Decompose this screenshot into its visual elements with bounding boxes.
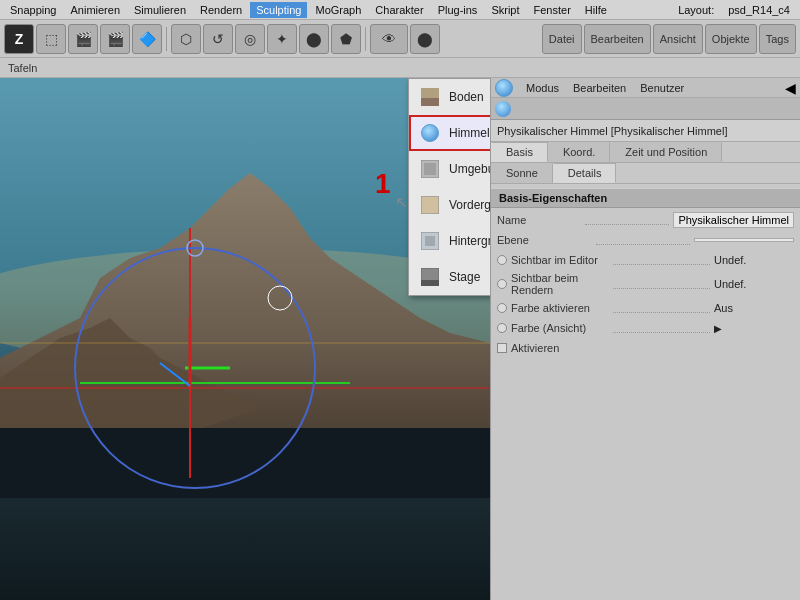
toolbar-btn-datei[interactable]: Datei xyxy=(542,24,582,54)
dropdown-item-stage[interactable]: Stage xyxy=(409,259,490,295)
menu-hilfe[interactable]: Hilfe xyxy=(579,2,613,18)
prop-value-farbe-ansicht: ▶ xyxy=(714,322,794,334)
menu-mograph[interactable]: MoGraph xyxy=(309,2,367,18)
right-top-menu: Modus Bearbeiten Benutzer ◀ xyxy=(491,78,800,98)
dropdown-label-vordergrund: Vordergrund xyxy=(449,198,490,212)
toolbar-btn-9[interactable]: ⬤ xyxy=(299,24,329,54)
toolbar-sep-2 xyxy=(365,27,366,51)
prop-value-name[interactable]: Physikalischer Himmel xyxy=(673,212,794,228)
prop-label-farbe-aktivieren: Farbe aktivieren xyxy=(511,302,609,314)
prop-label-aktivieren: Aktivieren xyxy=(511,342,794,354)
toolbar-btn-1[interactable]: ⬚ xyxy=(36,24,66,54)
dropdown-item-himmel[interactable]: Himmel xyxy=(409,115,490,151)
section-header: Basis-Eigenschaften xyxy=(491,188,800,208)
menu-fenster[interactable]: Fenster xyxy=(528,2,577,18)
dropdown-item-vordergrund[interactable]: Vordergrund xyxy=(409,187,490,223)
rt-menu-benutzer[interactable]: Benutzer xyxy=(635,82,689,94)
dropdown-item-umgebung[interactable]: Umgebung xyxy=(409,151,490,187)
prop-row-sichtbar-rendern: Sichtbar beim Rendern Undef. xyxy=(491,270,800,298)
toolbar-btn-ansicht[interactable]: Ansicht xyxy=(653,24,703,54)
prop-value-sichtbar-editor: Undef. xyxy=(714,254,794,266)
toolbar-btn-4[interactable]: 🔷 xyxy=(132,24,162,54)
prop-label-farbe-ansicht: Farbe (Ansicht) xyxy=(511,322,609,334)
tabs-row-1: Basis Koord. Zeit und Position xyxy=(491,142,800,163)
right-panel-sky-icon xyxy=(495,79,513,97)
prop-dots-farbe-aktivieren xyxy=(613,303,711,313)
menu-skript[interactable]: Skript xyxy=(485,2,525,18)
arrow-icon: ▶ xyxy=(714,323,722,334)
boden-icon xyxy=(419,86,441,108)
prop-row-name: Name Physikalischer Himmel xyxy=(491,210,800,230)
tab-sonne[interactable]: Sonne xyxy=(491,163,553,183)
vordergrund-icon xyxy=(419,194,441,216)
toolbar-btn-objekte[interactable]: Objekte xyxy=(705,24,757,54)
dropdown-left: Boden Himmel Umgebung xyxy=(408,78,490,296)
right-panel-arrow[interactable]: ◀ xyxy=(785,80,796,96)
top-menu-bar: Snapping Animieren Simulieren Rendern Sc… xyxy=(0,0,800,20)
radio-farbe-aktivieren[interactable] xyxy=(497,303,507,313)
radio-sichtbar-rendern[interactable] xyxy=(497,279,507,289)
dropdown-label-himmel: Himmel xyxy=(449,126,490,140)
toolbar-btn-tags[interactable]: Tags xyxy=(759,24,796,54)
viewport[interactable]: 1 2 ↖ Boden Him xyxy=(0,78,490,600)
dropdown-label-hintergrund: Hintergrund xyxy=(449,234,490,248)
prop-row-aktivieren: Aktivieren xyxy=(491,338,800,358)
prop-row-sichtbar-editor: Sichtbar im Editor Undef. xyxy=(491,250,800,270)
checkbox-aktivieren[interactable] xyxy=(497,343,507,353)
tab-details[interactable]: Details xyxy=(553,163,617,183)
menu-simulieren[interactable]: Simulieren xyxy=(128,2,192,18)
rt-menu-modus[interactable]: Modus xyxy=(521,82,564,94)
toolbar-btn-8[interactable]: ✦ xyxy=(267,24,297,54)
prop-value-farbe-aktivieren: Aus xyxy=(714,302,794,314)
tab-zeit[interactable]: Zeit und Position xyxy=(610,142,722,162)
toolbar-btn-6[interactable]: ↺ xyxy=(203,24,233,54)
tab-basis[interactable]: Basis xyxy=(491,142,548,162)
toolbar-btn-2[interactable]: 🎬 xyxy=(68,24,98,54)
prop-value-ebene[interactable] xyxy=(694,238,794,242)
tabs-row-2: Sonne Details xyxy=(491,163,800,184)
properties-section: Basis-Eigenschaften Name Physikalischer … xyxy=(491,184,800,600)
radio-farbe-ansicht[interactable] xyxy=(497,323,507,333)
z-button[interactable]: Z xyxy=(4,24,34,54)
stage-icon xyxy=(419,266,441,288)
toolbar-btn-3[interactable]: 🎬 xyxy=(100,24,130,54)
radio-sichtbar-editor[interactable] xyxy=(497,255,507,265)
dropdown-item-boden[interactable]: Boden xyxy=(409,79,490,115)
umgebung-icon xyxy=(419,158,441,180)
object-name-bar: Physikalischer Himmel [Physikalischer Hi… xyxy=(491,120,800,142)
rt-menu-bearbeiten[interactable]: Bearbeiten xyxy=(568,82,631,94)
prop-row-ebene: Ebene xyxy=(491,230,800,250)
prop-value-sichtbar-rendern: Undef. xyxy=(714,278,794,290)
toolbar-btn-10[interactable]: ⬟ xyxy=(331,24,361,54)
prop-row-farbe-ansicht: Farbe (Ansicht) ▶ xyxy=(491,318,800,338)
cursor-indicator: ↖ xyxy=(395,193,408,212)
menu-charakter[interactable]: Charakter xyxy=(369,2,429,18)
menu-layout-value[interactable]: psd_R14_c4 xyxy=(722,2,796,18)
menu-animieren[interactable]: Animieren xyxy=(65,2,127,18)
dropdown-label-stage: Stage xyxy=(449,270,480,284)
red-label-1: 1 xyxy=(375,168,391,200)
prop-label-sichtbar-editor: Sichtbar im Editor xyxy=(511,254,609,266)
tafeln-label: Tafeln xyxy=(4,62,41,74)
prop-dots-farbe-ansicht xyxy=(613,323,711,333)
prop-dots-name xyxy=(585,215,669,225)
menu-sculpting[interactable]: Sculpting xyxy=(250,2,307,18)
toolbar-btn-bearbeiten[interactable]: Bearbeiten xyxy=(584,24,651,54)
prop-row-farbe-aktivieren: Farbe aktivieren Aus xyxy=(491,298,800,318)
secondary-toolbar: Tafeln xyxy=(0,58,800,78)
menu-rendern[interactable]: Rendern xyxy=(194,2,248,18)
menu-plugins[interactable]: Plug-ins xyxy=(432,2,484,18)
dropdown-overlay: Boden Himmel Umgebung xyxy=(408,78,490,296)
svg-rect-23 xyxy=(421,280,439,286)
menu-snapping[interactable]: Snapping xyxy=(4,2,63,18)
menu-layout-label: Layout: xyxy=(672,2,720,18)
toolbar-btn-5[interactable]: ⬡ xyxy=(171,24,201,54)
prop-dots-ebene xyxy=(596,235,691,245)
dropdown-label-boden: Boden xyxy=(449,90,484,104)
toolbar-btn-11[interactable]: 👁 xyxy=(370,24,408,54)
right-toolbar xyxy=(491,98,800,120)
dropdown-item-hintergrund[interactable]: Hintergrund xyxy=(409,223,490,259)
tab-koord[interactable]: Koord. xyxy=(548,142,610,162)
toolbar-btn-7[interactable]: ◎ xyxy=(235,24,265,54)
toolbar-btn-12[interactable]: ⬤ xyxy=(410,24,440,54)
